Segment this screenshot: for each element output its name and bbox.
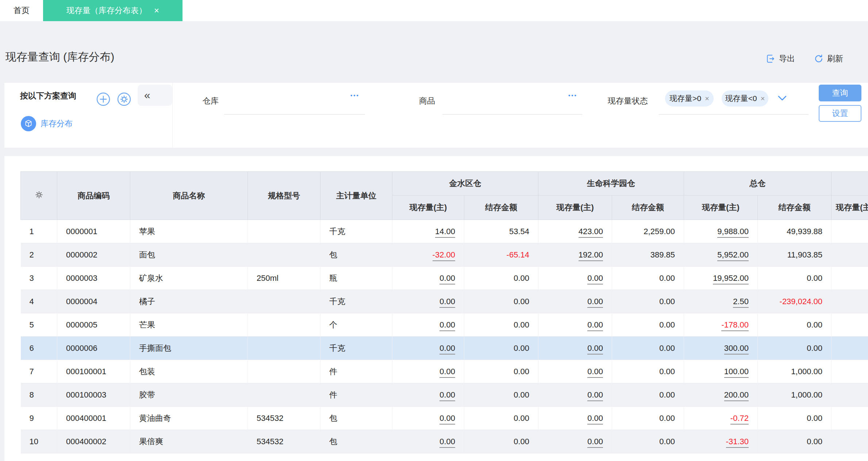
qty-link[interactable]: 0.00 xyxy=(587,274,603,284)
settings-button[interactable]: 设置 xyxy=(819,105,861,122)
collapse-panel-button[interactable]: « xyxy=(138,85,172,106)
table-row[interactable]: 9000400001黄油曲奇534532包0.000.000.000.00-0.… xyxy=(21,407,868,430)
qty-link[interactable]: 0.00 xyxy=(587,390,603,401)
column-settings-gear-icon[interactable] xyxy=(21,172,57,220)
qty-link[interactable]: 423.00 xyxy=(579,227,603,238)
amount-cell: 53.54 xyxy=(464,220,538,243)
table-row[interactable]: 20000002面包包-32.00-65.14192.00389.855,952… xyxy=(21,243,868,267)
overflow-cell xyxy=(831,220,868,243)
amount-value: 0.00 xyxy=(807,414,822,423)
table-row[interactable]: 50000005芒果个0.000.000.000.00-178.000.00 xyxy=(21,313,868,337)
qty-link[interactable]: -178.00 xyxy=(721,320,749,331)
amount-value: 0.00 xyxy=(807,437,822,446)
qty-link[interactable]: 0.00 xyxy=(587,320,603,331)
product-name-cell: 黄油曲奇 xyxy=(130,407,248,430)
qty-link[interactable]: 0.00 xyxy=(587,437,603,448)
qty-cell: 0.00 xyxy=(392,313,464,337)
export-button[interactable]: 导出 xyxy=(766,53,795,64)
spec-cell xyxy=(248,313,320,337)
qty-link[interactable]: 100.00 xyxy=(724,367,749,378)
amount-cell: 0.00 xyxy=(758,337,831,360)
amount-cell: 0.00 xyxy=(464,383,538,407)
header-product-name: 商品名称 xyxy=(130,172,248,220)
qty-link[interactable]: 0.00 xyxy=(439,367,455,378)
table-row[interactable]: 8000100003胶带件0.000.000.000.00200.001,000… xyxy=(21,383,868,407)
amount-value: -239,024.00 xyxy=(780,297,822,306)
header-qty-main: 现存量(主) xyxy=(684,195,758,220)
qty-link[interactable]: -0.72 xyxy=(730,414,749,425)
amount-value: 1,000.00 xyxy=(791,390,822,399)
qty-cell: 2.50 xyxy=(684,290,758,313)
amount-cell: -239,024.00 xyxy=(758,290,831,313)
amount-cell: 0.00 xyxy=(758,267,831,290)
refresh-button[interactable]: 刷新 xyxy=(814,53,843,64)
overflow-cell xyxy=(831,313,868,337)
scheme-area: 按以下方案查询 « 库存分布 xyxy=(4,83,173,148)
row-number: 1 xyxy=(21,220,57,243)
table-row[interactable]: 40000004橘子千克0.000.000.000.002.50-239,024… xyxy=(21,290,868,313)
qty-link[interactable]: 0.00 xyxy=(587,367,603,378)
qty-link[interactable]: 0.00 xyxy=(439,297,455,308)
qty-link[interactable]: 9,988.00 xyxy=(717,227,749,238)
status-tag-positive-close-icon[interactable]: × xyxy=(705,94,709,103)
qty-cell: 0.00 xyxy=(538,337,612,360)
amount-cell: 0.00 xyxy=(464,337,538,360)
qty-link[interactable]: 0.00 xyxy=(439,320,455,331)
qty-link[interactable]: 0.00 xyxy=(587,297,603,308)
scheme-settings-gear-icon[interactable] xyxy=(117,92,131,106)
overflow-cell xyxy=(831,407,868,430)
tab-inventory-distribution[interactable]: 现存量（库存分布表） × xyxy=(43,0,183,21)
qty-link[interactable]: 0.00 xyxy=(439,390,455,401)
table-row[interactable]: 30000003矿泉水250ml瓶0.000.000.000.0019,952.… xyxy=(21,267,868,290)
status-tag-positive[interactable]: 现存量>0 × xyxy=(665,90,714,106)
status-tag-negative[interactable]: 现存量<0 × xyxy=(722,90,768,106)
tab-close-icon[interactable]: × xyxy=(154,6,159,15)
qty-link[interactable]: 0.00 xyxy=(439,344,455,355)
scheme-item-inventory-distribution[interactable]: 库存分布 xyxy=(21,116,73,131)
qty-link[interactable]: 14.00 xyxy=(435,227,455,238)
table-row[interactable]: 10000001苹果千克14.0053.54423.002,259.009,98… xyxy=(21,220,868,243)
warehouse-input[interactable] xyxy=(224,114,365,115)
amount-value: 0.00 xyxy=(514,274,529,283)
qty-link[interactable]: 2.50 xyxy=(733,297,749,308)
qty-cell: 19,952.00 xyxy=(684,267,758,290)
qty-link[interactable]: -31.30 xyxy=(726,437,749,448)
status-tag-negative-close-icon[interactable]: × xyxy=(761,94,765,103)
tab-home[interactable]: 首页 xyxy=(0,0,43,21)
qty-cell: 200.00 xyxy=(684,383,758,407)
qty-cell: 14.00 xyxy=(392,220,464,243)
product-input[interactable] xyxy=(442,114,582,115)
amount-cell: 1,000.00 xyxy=(758,360,831,383)
qty-link[interactable]: 0.00 xyxy=(439,274,455,284)
product-name-cell: 胶带 xyxy=(130,383,248,407)
qty-link[interactable]: 192.00 xyxy=(579,250,603,261)
table-row[interactable]: 10000400002果倍爽534532包0.000.000.000.00-31… xyxy=(21,430,868,453)
qty-link[interactable]: 19,952.00 xyxy=(713,274,749,284)
qty-link[interactable]: 0.00 xyxy=(439,414,455,425)
amount-value: 11,903.85 xyxy=(787,250,822,259)
qty-link[interactable]: 5,952.00 xyxy=(717,250,749,261)
qty-link[interactable]: 300.00 xyxy=(724,344,749,355)
unit-cell: 件 xyxy=(320,360,392,383)
unit-cell: 千克 xyxy=(320,220,392,243)
qty-link[interactable]: -32.00 xyxy=(433,250,455,261)
overflow-cell xyxy=(831,337,868,360)
qty-link[interactable]: 0.00 xyxy=(439,437,455,448)
add-scheme-icon[interactable] xyxy=(96,92,111,106)
status-chevron-down-icon[interactable] xyxy=(777,94,788,104)
query-button[interactable]: 查询 xyxy=(819,85,861,101)
stock-status-input[interactable] xyxy=(659,114,809,115)
qty-link[interactable]: 0.00 xyxy=(587,344,603,355)
export-label: 导出 xyxy=(779,53,795,64)
row-number: 10 xyxy=(21,430,57,453)
qty-link[interactable]: 200.00 xyxy=(724,390,749,401)
table-row[interactable]: 7000100001包装件0.000.000.000.00100.001,000… xyxy=(21,360,868,383)
qty-cell: 9,988.00 xyxy=(684,220,758,243)
product-ellipsis-icon[interactable]: ••• xyxy=(568,92,577,98)
amount-value: 0.00 xyxy=(659,367,675,376)
qty-link[interactable]: 0.00 xyxy=(587,414,603,425)
qty-cell: 0.00 xyxy=(538,383,612,407)
warehouse-ellipsis-icon[interactable]: ••• xyxy=(350,92,360,98)
product-name-cell: 包装 xyxy=(130,360,248,383)
table-row[interactable]: 60000006手撕面包千克0.000.000.000.00300.000.00 xyxy=(21,337,868,360)
